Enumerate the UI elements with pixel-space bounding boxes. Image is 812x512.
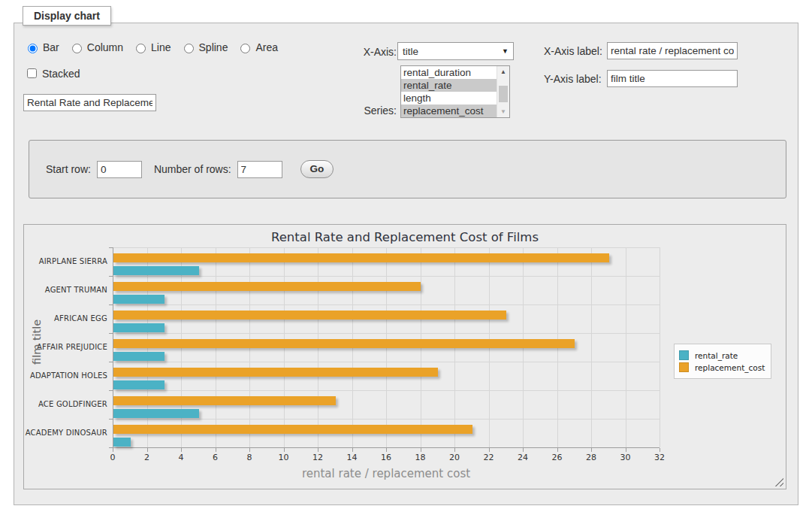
plot-area: AIRPLANE SIERRAAGENT TRUMANAFRICAN EGGAF… — [113, 247, 660, 447]
category-label: ADAPTATION HOLES — [25, 371, 107, 380]
gridline — [113, 390, 660, 391]
x-tick-label: 22 — [475, 453, 503, 462]
chart-type-option-bar: Bar — [24, 41, 59, 53]
fieldset-legend: Display chart — [23, 6, 111, 26]
x-tick-mark — [318, 448, 318, 452]
gridline — [113, 247, 660, 248]
bar-rental-rate — [113, 323, 165, 332]
gridline — [113, 276, 660, 277]
series-listbox[interactable]: rental_durationrental_ratelengthreplacem… — [400, 65, 510, 118]
x-tick-mark — [591, 448, 592, 452]
gridline — [113, 333, 660, 334]
chart-type-radio-area[interactable] — [240, 44, 250, 53]
chart-type-option-line: Line — [132, 41, 171, 53]
x-tick-label: 4 — [168, 453, 195, 462]
legend-swatch-replacement_cost — [679, 362, 689, 372]
y-tick-mark — [109, 247, 113, 248]
x-tick-mark — [284, 448, 285, 452]
bar-replacement-cost — [113, 311, 506, 320]
chart-type-option-column: Column — [68, 41, 123, 53]
chart-title: Rental Rate and Replacement Cost of Film… — [24, 230, 786, 244]
series-option-length[interactable]: length — [401, 92, 497, 105]
y-axis-label-label: Y-Axis label: — [544, 73, 602, 85]
bar-rental-rate — [113, 409, 199, 418]
x-tick-mark — [249, 448, 250, 452]
x-tick-label: 16 — [373, 453, 400, 462]
display-chart-fieldset: Display chart BarColumnLineSplineArea St… — [14, 23, 798, 505]
legend-entry: rental_rate — [679, 350, 765, 360]
x-tick-label: 30 — [612, 453, 639, 462]
legend-entry: replacement_cost — [679, 362, 765, 372]
x-axis-label-label: X-Axis label: — [544, 45, 602, 57]
bar-replacement-cost — [113, 253, 609, 262]
bar-replacement-cost — [113, 425, 472, 434]
y-tick-mark — [109, 362, 113, 362]
chart-x-axis-title: rental rate / replacement cost — [113, 467, 660, 480]
x-tick-label: 20 — [441, 453, 468, 462]
category-label: ACADEMY DINOSAUR — [25, 429, 107, 437]
x-tick-label: 0 — [99, 453, 126, 462]
legend-label: rental_rate — [695, 351, 738, 360]
x-tick-label: 18 — [407, 453, 434, 462]
resize-handle-icon[interactable] — [774, 477, 783, 486]
stacked-label: Stacked — [24, 66, 80, 80]
series-option-rental_rate[interactable]: rental_rate — [401, 79, 497, 92]
num-rows-input[interactable] — [237, 161, 282, 178]
x-tick-mark — [454, 448, 455, 452]
x-tick-label: 24 — [509, 453, 536, 462]
y-tick-mark — [109, 276, 113, 277]
gridline — [113, 304, 660, 305]
bar-rental-rate — [113, 295, 165, 304]
x-tick-label: 12 — [304, 453, 331, 462]
legend-label: replacement_cost — [695, 363, 765, 372]
chart-panel: Rental Rate and Replacement Cost of Film… — [23, 224, 786, 489]
category-label: AGENT TRUMAN — [25, 286, 107, 294]
x-axis-label-input[interactable] — [607, 42, 738, 59]
stacked-checkbox[interactable] — [27, 68, 37, 78]
bar-replacement-cost — [113, 396, 336, 405]
gridline — [591, 247, 592, 447]
x-axis-selected-value: title — [403, 46, 418, 57]
x-tick-label: 10 — [270, 453, 297, 462]
x-tick-mark — [489, 448, 490, 452]
category-label: ACE GOLDFINGER — [25, 400, 107, 408]
y-tick-mark — [109, 419, 113, 420]
scrollbar-thumb[interactable] — [499, 86, 508, 102]
chart-type-radio-spline[interactable] — [184, 44, 194, 53]
y-axis-label-input[interactable] — [607, 70, 738, 87]
series-option-replacement_cost[interactable]: replacement_cost — [401, 105, 497, 117]
x-tick-mark — [421, 448, 421, 452]
bar-rental-rate — [113, 266, 199, 275]
x-tick-mark — [181, 448, 182, 452]
y-tick-mark — [109, 304, 113, 305]
chart-legend: rental_ratereplacement_cost — [674, 344, 771, 379]
chart-type-radio-group: BarColumnLineSplineArea — [24, 41, 278, 53]
x-tick-mark — [626, 448, 626, 452]
x-tick-label: 2 — [134, 453, 161, 462]
gridline — [626, 247, 626, 447]
chart-y-axis-title: film title — [31, 342, 43, 365]
chart-title-input[interactable] — [23, 94, 156, 111]
x-tick-mark — [557, 448, 558, 452]
listbox-scrollbar[interactable]: ▲ ▼ — [497, 66, 509, 117]
row-range-panel: Start row: Number of rows: Go — [29, 140, 786, 198]
series-option-rental_duration[interactable]: rental_duration — [401, 66, 497, 79]
start-row-input[interactable] — [97, 161, 142, 178]
gridline — [113, 362, 660, 362]
category-label: AIRPLANE SIERRA — [25, 257, 107, 265]
x-tick-mark — [216, 448, 216, 452]
scroll-down-icon[interactable]: ▼ — [497, 106, 509, 117]
start-row-label: Start row: — [46, 163, 91, 175]
chart-type-radio-bar[interactable] — [28, 44, 38, 53]
legend-swatch-rental_rate — [679, 350, 689, 360]
chevron-down-icon: ▼ — [502, 47, 509, 55]
x-tick-mark — [660, 448, 660, 452]
stacked-checkbox-row: Stacked — [24, 66, 80, 80]
go-button[interactable]: Go — [300, 160, 334, 178]
scroll-up-icon[interactable]: ▲ — [497, 66, 509, 77]
chart-type-radio-column[interactable] — [72, 44, 82, 53]
chart-type-radio-line[interactable] — [136, 44, 146, 53]
x-tick-mark — [113, 448, 113, 452]
x-axis-select[interactable]: title ▼ — [397, 42, 514, 60]
x-tick-mark — [386, 448, 387, 452]
